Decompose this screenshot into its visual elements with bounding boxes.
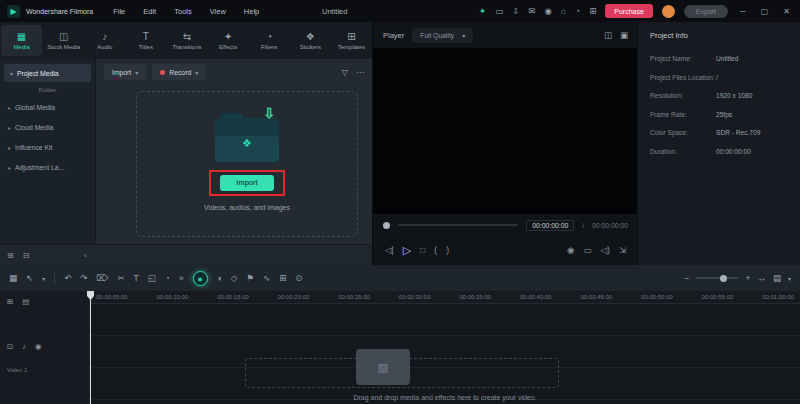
seek-handle[interactable] [383,222,390,229]
undo-icon[interactable]: ↶ [64,273,71,283]
keyframe-icon[interactable]: ◇ [231,273,238,283]
mask-icon[interactable]: ◖ [217,273,222,283]
tab-titles[interactable]: T Titles [125,22,166,59]
track-view-icon[interactable]: ▤ [773,273,781,283]
new-folder-icon[interactable]: ⊞ [7,251,14,260]
split-icon[interactable]: ✂ [117,273,124,283]
split-view-icon[interactable]: ◫ [604,30,612,40]
ruler-label: 00:00:40:00 [520,294,552,300]
timeline-ruler[interactable]: 00:00:05:00 00:00:10:00 00:00:15:00 00:0… [90,291,800,304]
sidebar-item-project-media[interactable]: ▾ Project Media [4,64,91,82]
device-icon[interactable]: ▭ [495,6,503,16]
academy-icon[interactable]: ⌂ [561,6,566,16]
ruler-label: 00:00:15:00 [217,294,249,300]
tab-effects[interactable]: ✦ Effects [208,22,249,59]
split-screen-icon[interactable]: ⊞ [279,273,286,283]
timeline-tracks[interactable] [90,304,800,404]
sidebar-item-cloud-media[interactable]: ▸ Cloud Media [0,117,95,137]
record-dropdown-button[interactable]: Record ▾ [152,64,206,80]
delete-folder-icon[interactable]: ⊟ [23,251,30,260]
speed-icon[interactable]: ◔ [165,273,170,283]
menu-help[interactable]: Help [244,7,259,16]
play-icon[interactable]: ▷ [403,244,411,257]
crop-icon[interactable]: ◱ [148,273,156,283]
tab-stickers[interactable]: ❖ Stickers [290,22,331,59]
seek-track[interactable] [398,224,518,226]
import-media-button[interactable]: Import [220,175,274,191]
purchase-button[interactable]: Purchase [605,4,653,18]
menu-file[interactable]: File [113,7,125,16]
video-preview[interactable] [373,48,638,214]
gift-icon[interactable]: ✦ [479,6,486,16]
apps-icon[interactable]: ⊞ [589,6,596,16]
tab-filters[interactable]: ◔ Filters [249,22,290,59]
import-dropdown-button[interactable]: Import ▾ [104,64,146,80]
maximize-button[interactable]: ▢ [758,7,772,16]
close-button[interactable]: ✕ [780,7,793,16]
tab-audio[interactable]: ♪ Audio [84,22,125,59]
ruler-label: 00:00:50:00 [641,294,673,300]
redo-icon[interactable]: ↷ [80,273,87,283]
display-mode-icon[interactable]: ▭ [583,245,591,255]
tab-media[interactable]: ▦ Media [1,25,42,56]
media-icon: ▦ [17,31,26,42]
notification-icon[interactable]: ◔ [575,6,580,16]
zoom-out-icon[interactable]: − [685,273,690,283]
add-track-icon[interactable]: ⊞ [7,297,13,306]
sidebar-item-influence-kit[interactable]: ▸ Influence Kit [0,137,95,157]
mark-out-icon[interactable]: ) [446,245,449,255]
tab-stock-media[interactable]: ◫ Stock Media [43,22,84,59]
track-eye-icon[interactable]: ◉ [35,342,42,351]
stop-icon[interactable]: □ [420,245,425,255]
snapshot-icon[interactable]: ◉ [567,245,574,255]
fullscreen-icon[interactable]: ⇲ [619,245,626,255]
avatar[interactable] [662,5,675,18]
speaker-icon[interactable]: ◁) [601,245,610,255]
track-header-top-icons: ⊞ ▤ [7,297,82,306]
info-row-files-location: Project Files Location: / [650,73,788,83]
menu-view[interactable]: View [210,7,226,16]
fit-timeline-icon[interactable]: ↔ [757,273,766,283]
tab-transitions[interactable]: ⇆ Transitions [166,22,207,59]
tab-templates[interactable]: ⊞ Templates [331,22,372,59]
caret-down-icon[interactable]: ▾ [788,275,791,282]
track-mute-icon[interactable]: ♪ [22,342,26,351]
toolbar-divider [54,272,55,285]
voiceover-icon[interactable]: ∿ [263,273,270,283]
menu-tools[interactable]: Tools [174,7,192,16]
track-lock-icon[interactable]: ⊡ [7,342,13,351]
text-tool-icon[interactable]: T [134,273,139,283]
delete-icon[interactable]: ⌦ [96,273,108,283]
ai-tool-icon[interactable]: ◉ [193,271,208,286]
ruler-label: 00:00:30:00 [399,294,431,300]
track-options-icon[interactable]: ▤ [22,297,29,306]
playhead[interactable] [90,291,91,404]
more-options-icon[interactable]: ⋯ [356,68,364,77]
player-panel: Player Full Quality ▾ ◫ ▣ 00:00:00:00 / … [372,22,638,265]
more-tools-icon[interactable]: » [179,273,184,283]
mark-in-icon[interactable]: ( [434,245,437,255]
export-button[interactable]: Export [684,5,728,18]
sidebar-item-global-media[interactable]: ▸ Global Media [0,97,95,117]
collapse-sidebar-icon[interactable]: ‹ [84,251,87,260]
marker-icon[interactable]: ⚑ [246,273,254,283]
info-label: Resolution: [650,91,716,101]
chroma-key-icon[interactable]: ⊙ [295,273,302,283]
ruler-label: 00:00:45:00 [581,294,613,300]
quality-selector[interactable]: Full Quality ▾ [412,28,473,43]
select-tool-icon[interactable]: ↖ [26,273,33,283]
minimize-button[interactable]: ─ [737,7,749,16]
expand-view-icon[interactable]: ▣ [620,30,628,40]
menu-edit[interactable]: Edit [143,7,156,16]
grid-view-icon[interactable]: ▦ [9,273,17,283]
media-dropzone[interactable]: ❖ ⇩ Import Videos, audios, and images [136,91,358,237]
previous-frame-icon[interactable]: ◁| [385,245,394,255]
zoom-in-icon[interactable]: + [745,273,750,283]
filter-icon[interactable]: ▽ [342,68,348,77]
sidebar-item-adjustment-layer[interactable]: ▸ Adjustment La... [0,157,95,177]
zoom-slider-knob[interactable] [720,275,727,282]
camera-icon[interactable]: ◉ [544,6,551,16]
zoom-slider[interactable] [696,277,738,279]
download-icon[interactable]: ⇩ [512,6,519,16]
feedback-icon[interactable]: ✉ [528,6,535,16]
